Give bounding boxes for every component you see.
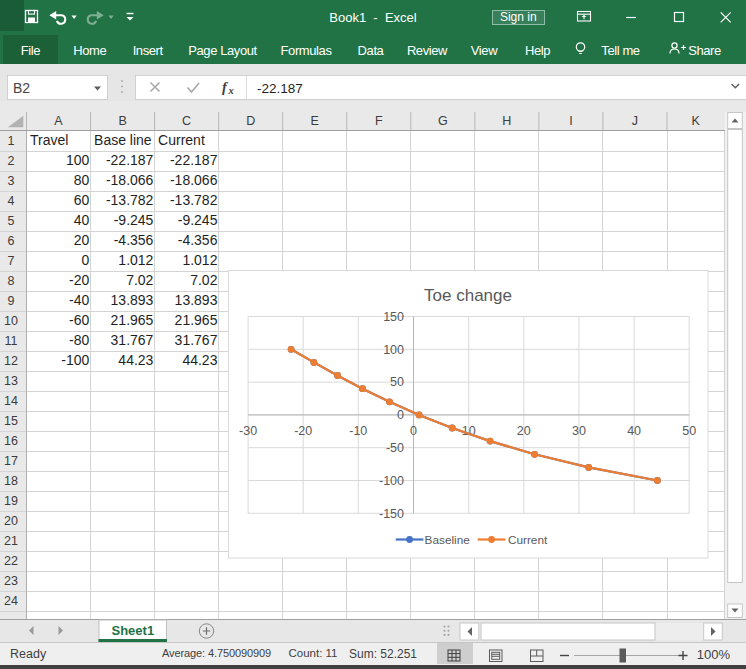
svg-text:100: 100 xyxy=(383,343,404,357)
svg-text:-50: -50 xyxy=(386,441,404,455)
svg-text:-20: -20 xyxy=(294,424,312,438)
svg-text:-150: -150 xyxy=(379,507,404,521)
svg-text:Toe change: Toe change xyxy=(424,286,512,305)
svg-text:-30: -30 xyxy=(239,424,257,438)
svg-text:-10: -10 xyxy=(349,424,367,438)
svg-text:Baseline: Baseline xyxy=(425,533,471,547)
svg-text:30: 30 xyxy=(572,424,586,438)
svg-text:0: 0 xyxy=(397,408,404,422)
svg-text:Current: Current xyxy=(508,533,548,547)
svg-text:50: 50 xyxy=(682,424,696,438)
svg-text:-100: -100 xyxy=(379,474,404,488)
svg-text:150: 150 xyxy=(383,310,404,324)
svg-text:20: 20 xyxy=(517,424,531,438)
svg-text:40: 40 xyxy=(627,424,641,438)
svg-text:0: 0 xyxy=(410,424,417,438)
svg-text:x: x xyxy=(228,85,234,96)
svg-text:50: 50 xyxy=(390,375,404,389)
